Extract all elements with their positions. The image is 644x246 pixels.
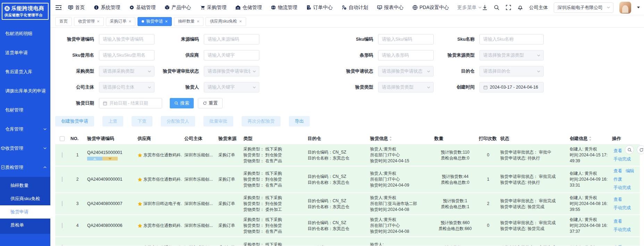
row-action-link[interactable]: 查看	[613, 148, 622, 154]
sort-icon[interactable]	[589, 136, 592, 141]
close-icon[interactable]: ×	[165, 19, 168, 24]
table-refresh-button[interactable]	[637, 145, 644, 154]
close-icon[interactable]: ×	[197, 19, 200, 24]
sidebar-subitem[interactable]: 供应商sku免检	[0, 192, 50, 205]
more-menu[interactable]: 更多菜单	[457, 5, 482, 11]
close-icon[interactable]: ×	[129, 19, 132, 24]
sidebar-item[interactable]: 售后退货入库	[0, 62, 50, 81]
sidebar-subitem[interactable]: 验货申请	[0, 205, 50, 219]
row-action-link[interactable]: 编辑	[626, 168, 634, 174]
avatar[interactable]	[619, 2, 631, 14]
close-icon[interactable]: ×	[239, 19, 242, 24]
filter-control[interactable]: 请输入验货申请编码	[99, 34, 154, 44]
tab[interactable]: 首页	[55, 17, 72, 26]
filter-control[interactable]: 请输入条形码	[378, 50, 434, 60]
row-checkbox[interactable]	[62, 201, 62, 206]
row-action-link[interactable]: 查看	[613, 168, 622, 174]
filter-control[interactable]: 请输入Sku名称	[479, 34, 544, 44]
filter-control[interactable]: 请输入关键字	[204, 82, 259, 92]
action-button[interactable]: 下查	[132, 116, 152, 126]
row-action-link[interactable]: 手动完成	[613, 156, 631, 162]
filter-control[interactable]: 请选择验货申请审批状态	[204, 66, 259, 76]
sort-icon[interactable]	[389, 136, 392, 141]
filter-control[interactable]: 2024-03-17 - 2024-04-16	[479, 82, 544, 92]
search-icon[interactable]	[494, 5, 500, 10]
nav-item[interactable]: 报表中心	[377, 5, 403, 11]
filter-control-text: 请选择验货申请状态	[382, 68, 425, 74]
sidebar-item[interactable]: 包材消耗明细	[0, 24, 50, 43]
sidebar-item[interactable]: 收货管理	[0, 139, 50, 158]
table-search-button[interactable]	[625, 145, 634, 154]
row-checkbox[interactable]	[62, 152, 62, 158]
row-checkbox[interactable]	[62, 245, 62, 246]
tab[interactable]: 供应商sku免检 ×	[206, 17, 246, 26]
table-header-row: NO. 验货申请编码 供应商 公司主体	[55, 133, 640, 145]
close-icon[interactable]: ×	[97, 19, 100, 24]
nav-item[interactable]: 首页	[68, 5, 85, 11]
filter-control[interactable]: 请输入SkuSku曾用名	[99, 50, 154, 60]
filter-control-text: 请输入来源编码	[208, 36, 256, 42]
nav-item[interactable]: 基础管理	[129, 5, 156, 11]
row-action-link[interactable]: 手动完成	[613, 205, 631, 211]
tab[interactable]: 验货申请 ×	[137, 17, 172, 26]
filter-control[interactable]: 请选择公司主体	[99, 82, 154, 92]
filter-control[interactable]: 请输入Sku编码	[378, 34, 434, 44]
company-select[interactable]: 深圳乐能电子有限公司	[554, 2, 613, 13]
bar-down-icon[interactable]	[102, 157, 118, 161]
action-button[interactable]: 批量审批	[203, 116, 233, 126]
nav-item[interactable]: 产品中心	[165, 5, 191, 11]
select-all-checkbox[interactable]	[60, 136, 65, 141]
filter-control[interactable]: 请输入关键字	[204, 50, 259, 60]
nav-item[interactable]: 物流管理	[271, 5, 297, 11]
sidebar-subitem[interactable]: 抽样数量	[0, 179, 50, 192]
nav-item[interactable]: 采购管理	[200, 5, 226, 11]
nav-item[interactable]: PDA设置中心	[412, 5, 449, 11]
action-button[interactable]: 上查	[102, 116, 123, 126]
sidebar-item[interactable]: 包材管理	[0, 100, 50, 120]
row-checkbox[interactable]	[62, 223, 62, 228]
tab[interactable]: 收货管理 ×	[74, 17, 104, 26]
bar-up-icon[interactable]	[87, 157, 102, 161]
bell-icon[interactable]	[517, 5, 523, 10]
filter-control[interactable]: 请选择验货类型	[378, 82, 434, 92]
action-button[interactable]: 导出	[289, 116, 310, 126]
search-button[interactable]: 搜索	[170, 98, 194, 108]
filter-control-text: 请选择目的仓	[483, 68, 535, 74]
nav-item[interactable]: 仓储管理	[235, 5, 262, 11]
table-tools	[625, 145, 644, 154]
sidebar-item[interactable]: 调拨出库单关闭申请	[0, 81, 50, 100]
collapse-sidebar-icon[interactable]	[55, 5, 62, 10]
tab[interactable]: 采购订单 ×	[106, 17, 136, 26]
filter-control[interactable]: 请输入来源编码	[204, 34, 259, 44]
row-action-link[interactable]: 查看	[613, 219, 622, 224]
filter-control[interactable]: 请选择采购类型	[99, 66, 154, 76]
row-action-link[interactable]: 作废	[613, 177, 622, 182]
row-expand-bars[interactable]	[87, 157, 118, 161]
avatar-caret-icon[interactable]	[637, 7, 640, 8]
search-icon	[174, 101, 178, 105]
row-action-link[interactable]: 手动完成	[613, 227, 631, 233]
table-row: 1 QA240415000001 东莞市佰仕通数码科...	[55, 145, 640, 166]
row-checkbox[interactable]	[62, 177, 62, 182]
row-action-link[interactable]: 手动完成	[613, 185, 631, 191]
nav-item[interactable]: 系统管理	[94, 5, 120, 11]
filter-control[interactable]: 请选择验货申请状态	[378, 66, 434, 76]
sidebar-item[interactable]: 送货单申请	[0, 43, 50, 62]
fullscreen-icon[interactable]	[505, 5, 511, 10]
filter-control[interactable]: 请选择验货来源类型	[479, 50, 544, 60]
nav-item[interactable]: 订单中心	[306, 5, 333, 11]
action-button[interactable]: 再次分配验货	[242, 116, 281, 126]
sidebar-item[interactable]: 质检管理	[0, 158, 50, 177]
sidebar-subitem[interactable]: 质检单	[0, 219, 50, 232]
nav-item[interactable]: 自动计划	[342, 5, 368, 11]
filter-control[interactable]: 请选择目的仓	[479, 66, 544, 76]
row-action-link[interactable]: 查看	[613, 197, 622, 203]
row-action-link[interactable]: 查看	[613, 245, 622, 246]
reset-button[interactable]: 重置	[198, 98, 223, 108]
tab[interactable]: 抽样数量 ×	[174, 17, 204, 26]
sidebar-item[interactable]: 仓库管理	[0, 120, 50, 139]
inspection-date-range[interactable]: 开始日期 - 结束日期	[99, 98, 162, 108]
action-button[interactable]: 分配验货人	[161, 116, 195, 126]
action-button[interactable]: 创建验货申请	[55, 116, 94, 126]
download-icon[interactable]	[482, 5, 488, 10]
